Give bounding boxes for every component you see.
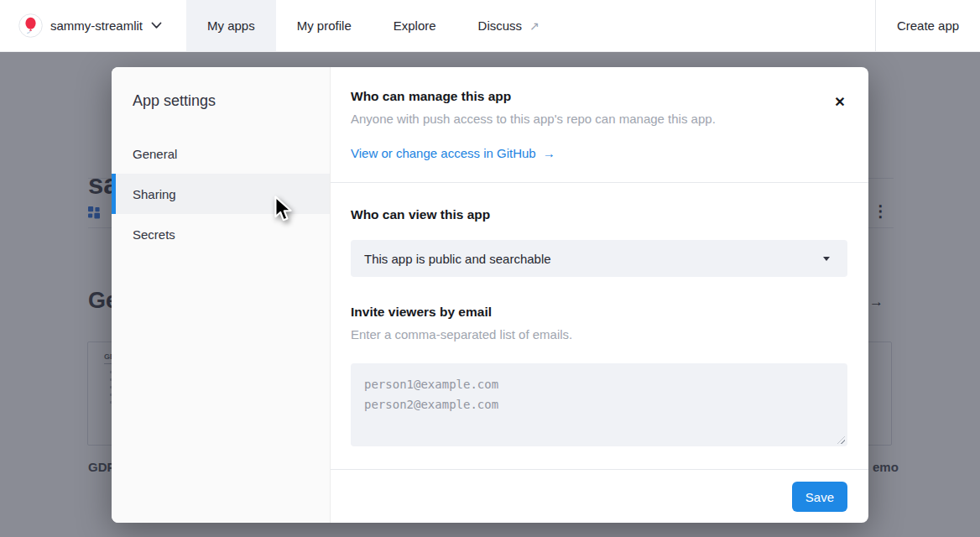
sidebar-item-label: Sharing	[133, 187, 176, 201]
tab-discuss-label: Discuss	[478, 18, 523, 33]
arrow-right-icon: →	[543, 146, 555, 160]
invite-emails-input[interactable]	[351, 363, 847, 446]
manage-heading: Who can manage this app	[351, 89, 847, 104]
modal-footer: Save	[331, 470, 868, 523]
view-section: Who can view this app This app is public…	[331, 183, 868, 470]
streamlit-balloon-logo-icon	[18, 13, 43, 38]
close-icon[interactable]: ✕	[831, 92, 849, 111]
sidebar-item-secrets[interactable]: Secrets	[112, 214, 330, 254]
visibility-select[interactable]: This app is public and searchable	[351, 240, 847, 277]
chevron-down-icon	[151, 22, 162, 29]
settings-title: App settings	[112, 67, 330, 110]
tab-my-apps[interactable]: My apps	[186, 0, 276, 51]
tab-explore[interactable]: Explore	[373, 0, 457, 51]
app-settings-modal: App settings General Sharing Secrets ✕ W…	[112, 67, 868, 523]
settings-sidebar: App settings General Sharing Secrets	[112, 67, 331, 523]
sidebar-item-sharing[interactable]: Sharing	[112, 174, 330, 214]
visibility-select-value: This app is public and searchable	[364, 252, 823, 266]
nav-tabs: My apps My profile Explore Discuss ↗	[186, 0, 560, 51]
view-heading: Who can view this app	[351, 207, 847, 222]
tab-explore-label: Explore	[394, 18, 436, 33]
github-access-link-label: View or change access in GitHub	[351, 146, 536, 160]
external-link-icon: ↗	[529, 19, 540, 33]
active-indicator-bar	[112, 174, 116, 214]
sidebar-item-label: Secrets	[133, 227, 175, 242]
workspace-switcher[interactable]: sammy-streamlit	[0, 0, 186, 51]
manage-section: Who can manage this app Anyone with push…	[331, 67, 868, 183]
workspace-name: sammy-streamlit	[50, 18, 143, 33]
top-navbar: sammy-streamlit My apps My profile Explo…	[0, 0, 980, 52]
sharing-settings-panel: ✕ Who can manage this app Anyone with pu…	[331, 67, 868, 523]
mouse-cursor-icon	[274, 196, 297, 226]
caret-down-icon	[823, 257, 830, 261]
sidebar-item-general[interactable]: General	[112, 133, 330, 174]
save-button[interactable]: Save	[792, 482, 847, 512]
invite-emails-field-wrap	[351, 363, 847, 446]
tab-my-profile[interactable]: My profile	[276, 0, 373, 51]
tab-discuss[interactable]: Discuss ↗	[457, 0, 560, 51]
create-app-area: Create app	[875, 0, 980, 51]
tab-my-profile-label: My profile	[297, 18, 352, 33]
github-access-link[interactable]: View or change access in GitHub →	[351, 146, 555, 160]
invite-subtitle: Enter a comma-separated list of emails.	[351, 327, 847, 341]
sidebar-item-label: General	[133, 147, 177, 161]
invite-heading: Invite viewers by email	[351, 305, 847, 320]
manage-subtitle: Anyone with push access to this app's re…	[351, 112, 847, 126]
create-app-button[interactable]: Create app	[897, 18, 959, 33]
tab-my-apps-label: My apps	[207, 18, 255, 33]
